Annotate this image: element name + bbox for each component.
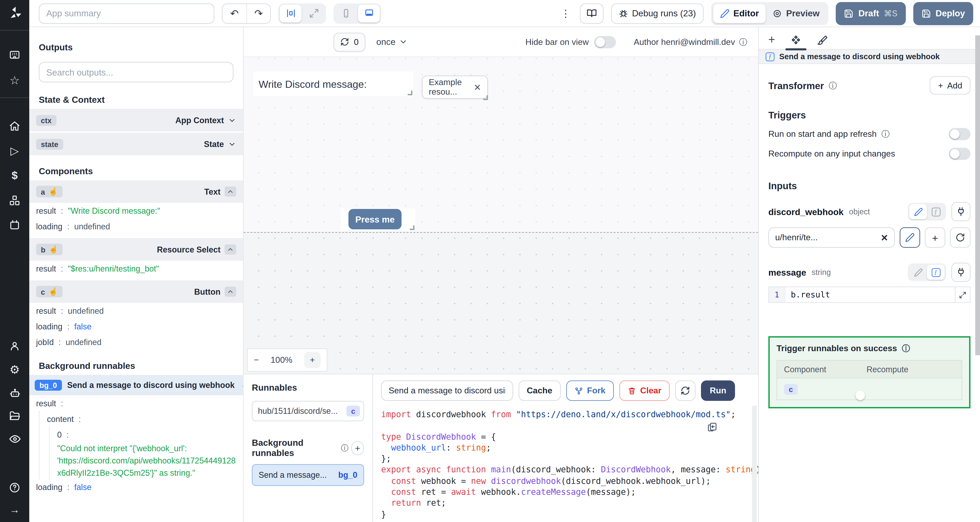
- undo-button[interactable]: ↶: [223, 4, 247, 23]
- desktop-view-button[interactable]: [358, 5, 380, 22]
- script-name-input[interactable]: [381, 380, 513, 401]
- refresh-count-button[interactable]: 0: [334, 32, 366, 51]
- draft-button[interactable]: Draft ⌘S: [836, 2, 905, 25]
- tab-insert-component[interactable]: +: [768, 31, 775, 49]
- runnable-item[interactable]: hub/1511/discord/se... c: [252, 401, 364, 421]
- clear-resource-icon[interactable]: ✕: [881, 232, 888, 243]
- resize-handle[interactable]: [408, 91, 412, 95]
- editor-scrollbar[interactable]: [752, 406, 757, 522]
- background-runnable-item-selected[interactable]: Send a message... bg_0: [252, 464, 364, 486]
- component-header-a[interactable]: a☝ Text: [29, 180, 243, 203]
- resize-handle[interactable]: [483, 95, 488, 100]
- edit-resource-button[interactable]: [900, 227, 920, 248]
- rail-item-resources[interactable]: [0, 193, 29, 207]
- info-icon[interactable]: ⓘ: [881, 130, 889, 138]
- docs-button[interactable]: [580, 3, 603, 24]
- connect-input-button[interactable]: [951, 202, 970, 221]
- add-background-runnable-button[interactable]: +: [351, 441, 364, 455]
- runnables-title: Runnables: [252, 382, 364, 393]
- collapse-button[interactable]: [224, 244, 236, 255]
- fullscreen-button[interactable]: [303, 5, 325, 22]
- rail-item-folders[interactable]: [0, 409, 29, 423]
- info-icon[interactable]: ⓘ: [341, 444, 348, 452]
- collapse-button[interactable]: [224, 286, 236, 297]
- rail-item-workers[interactable]: [0, 387, 29, 400]
- text-component[interactable]: Write Discord message:: [253, 72, 413, 96]
- tab-preview[interactable]: Preview: [765, 4, 826, 23]
- panel-scrollbar[interactable]: [975, 35, 980, 355]
- ctx-badge: ctx: [36, 115, 56, 126]
- paintbrush-icon: [817, 35, 828, 46]
- press-me-button[interactable]: Press me: [348, 209, 401, 229]
- run-button[interactable]: Run: [701, 380, 735, 401]
- rail-item-variables[interactable]: $: [0, 169, 29, 182]
- expand-editor-button[interactable]: [955, 287, 970, 302]
- copy-code-button[interactable]: [707, 422, 717, 432]
- expression-mode-button[interactable]: ƒ: [927, 204, 945, 219]
- collapse-button[interactable]: [224, 186, 236, 197]
- add-transformer-button[interactable]: +Add: [930, 76, 970, 95]
- expression-editor[interactable]: 1 b.result: [768, 286, 970, 303]
- component-header-c[interactable]: c☝ Button: [29, 280, 243, 303]
- rail-item-home[interactable]: [0, 119, 29, 133]
- connect-input-button[interactable]: [951, 263, 970, 282]
- rail-item-apps[interactable]: [0, 48, 29, 61]
- trigger-row: Recompute on any input changes: [768, 148, 970, 160]
- zoom-level: 100%: [270, 355, 293, 365]
- zoom-in-button[interactable]: +: [304, 352, 321, 368]
- resource-select-component[interactable]: Example resou... ✕: [422, 76, 488, 99]
- frequency-dropdown[interactable]: once: [376, 37, 408, 47]
- redo-button[interactable]: ↷: [247, 4, 270, 23]
- rail-item-schedules[interactable]: [0, 218, 29, 231]
- info-icon[interactable]: ⓘ: [829, 81, 837, 90]
- clear-button[interactable]: Clear: [619, 380, 670, 401]
- expression-mode-button[interactable]: ƒ: [927, 265, 945, 280]
- rail-item-audit[interactable]: [0, 432, 29, 446]
- code-block[interactable]: import discordwebhook from "https://deno…: [373, 405, 758, 522]
- collapse-button[interactable]: [240, 382, 243, 388]
- bg0-header[interactable]: bg_0 Send a message to discord using web…: [29, 375, 243, 395]
- fork-button[interactable]: Fork: [566, 380, 614, 401]
- more-menu-button[interactable]: ⋮: [559, 7, 572, 19]
- resource-value-input[interactable]: u/henri/te... ✕: [768, 227, 895, 248]
- align-center-button[interactable]: [280, 5, 301, 22]
- component-header-b[interactable]: b☝ Resource Select: [29, 238, 243, 261]
- deploy-button[interactable]: Deploy: [913, 2, 973, 25]
- app-canvas[interactable]: Write Discord message: Example resou... …: [243, 57, 758, 374]
- rail-item-runs[interactable]: ▷: [0, 144, 29, 158]
- reload-script-button[interactable]: [675, 380, 695, 401]
- app-summary-input[interactable]: [39, 3, 215, 24]
- chevron-down-icon: [228, 116, 236, 124]
- info-icon[interactable]: ⓘ: [739, 38, 747, 46]
- output-row: 0:: [56, 427, 243, 442]
- refresh-resource-button[interactable]: [950, 227, 970, 248]
- rail-item-users[interactable]: [0, 339, 29, 353]
- mobile-view-button[interactable]: [335, 5, 356, 22]
- tab-styling[interactable]: [817, 31, 828, 49]
- hide-bar-toggle[interactable]: [594, 36, 616, 48]
- state-row[interactable]: state State: [29, 133, 243, 155]
- recompute-toggle[interactable]: [949, 148, 970, 160]
- clear-selection-icon[interactable]: ✕: [474, 82, 481, 92]
- trigger-row: Run on start and app refresh ⓘ: [768, 128, 970, 140]
- tab-editor[interactable]: Editor: [713, 4, 766, 23]
- settings-tabs: +: [759, 27, 980, 49]
- rail-item-collapse[interactable]: →: [0, 502, 29, 516]
- rail-item-settings[interactable]: ⚙: [0, 363, 29, 376]
- debug-runs-button[interactable]: Debug runs (23): [611, 3, 703, 24]
- windmill-logo[interactable]: [0, 6, 29, 20]
- add-resource-button[interactable]: +: [925, 227, 945, 248]
- search-outputs-input[interactable]: [39, 62, 234, 82]
- static-mode-button[interactable]: [909, 204, 927, 219]
- run-on-start-toggle[interactable]: [949, 128, 970, 140]
- resize-handle[interactable]: [410, 225, 414, 230]
- cache-button[interactable]: Cache: [519, 380, 560, 401]
- laptop-icon: [364, 8, 374, 18]
- ctx-row[interactable]: ctx App Context: [29, 109, 243, 131]
- info-icon[interactable]: ⓘ: [902, 344, 910, 353]
- rail-item-help[interactable]: [0, 481, 29, 494]
- tab-component-settings[interactable]: [790, 31, 802, 49]
- static-mode-button[interactable]: [909, 265, 927, 280]
- rail-item-favorites[interactable]: ☆: [0, 73, 29, 87]
- zoom-out-button[interactable]: −: [254, 355, 259, 365]
